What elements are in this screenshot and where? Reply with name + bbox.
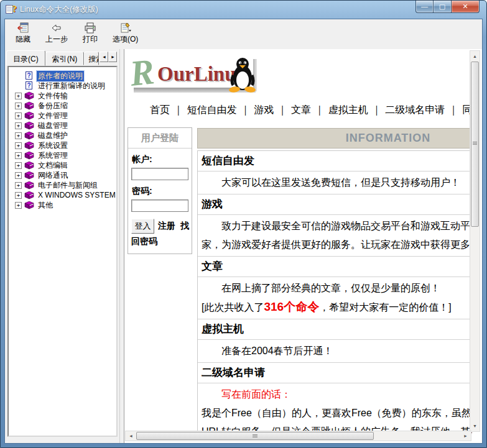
nav-link[interactable]: 游戏 [254,104,274,115]
register-link[interactable]: 注册 [158,221,175,231]
tree-item[interactable]: +文件传输 [10,91,115,101]
tree-item[interactable]: +其他 [10,200,115,210]
tab-scroll-left-icon[interactable]: ◄ [100,52,108,62]
horizontal-scrollbar[interactable]: ◄ ► [125,431,471,441]
scroll-down-icon[interactable]: ▼ [470,421,480,431]
book-icon [24,151,35,160]
tree-item-label: 网络通讯 [37,170,69,181]
question-mark-icon: ? [26,81,32,89]
ourlinux-logo: R OurLinux [130,55,258,94]
account-input[interactable] [131,168,188,180]
book-icon [24,131,35,140]
print-button-label: 打印 [83,34,98,45]
tab-scroll-right-icon[interactable]: ► [108,52,117,62]
body-text: 准备在2004春节后开通！ [221,345,333,356]
minimize-button[interactable]: — [415,1,434,13]
expander-icon[interactable]: + [15,142,22,149]
expander-icon[interactable]: + [15,182,22,189]
info-text-line: 家，为游戏爱好者提供更好的服务。让玩家在游戏中获得更多的乐趣 [202,235,472,254]
highlighted-text: 316个命令 [264,300,319,313]
password-input[interactable] [131,199,188,212]
information-header: INFORMATION [197,128,472,149]
info-paragraph: 大家可以在这里发送免费短信，但是只支持移动用户！ [198,171,472,194]
tab-index[interactable]: 索引(N) [45,52,85,65]
expander-icon[interactable]: + [15,93,22,99]
info-paragraph: 写在前面的话：我是个Free（自由）的人，更喜欢Free（免费）的东东，虽然有很… [198,383,472,433]
navigation-pane: 目录(C) 索引(N) 搜索(S) ◄ ► ?原作者的说明?进行重新编译的说明+… [5,49,119,443]
expander-icon[interactable]: + [15,132,22,139]
nav-link[interactable]: 短信自由发 [187,104,237,115]
book-icon [24,141,35,150]
tree-item[interactable]: +磁盘维护 [10,130,115,140]
horizontal-scroll-thumb[interactable] [136,432,374,440]
expander-icon[interactable]: + [15,103,22,109]
pane-splitter[interactable] [119,49,124,443]
nav-bar: 首页｜短信自由发｜游戏｜文章｜虚拟主机｜二级域名申请｜同学录｜ [125,104,472,117]
info-text-line: [此次共收入了316个命令，希望对大家有一定的价值！] [202,298,472,317]
expander-icon[interactable]: + [15,202,22,209]
expander-icon[interactable]: + [15,122,22,129]
tree-item[interactable]: ?进行重新编译的说明 [10,81,115,91]
info-section-heading: 二级域名申请 [198,363,472,383]
info-section-heading: 文章 [198,257,472,277]
login-title: 用户登陆 [128,128,192,149]
expander-icon[interactable]: + [15,112,22,119]
tree-item[interactable]: +X WINDOWS SYSTEM [10,190,115,200]
nav-link[interactable]: 首页 [150,104,170,115]
tree-item[interactable]: ?原作者的说明 [10,71,115,81]
nav-link[interactable]: 虚拟主机 [328,104,368,115]
vertical-scroll-thumb[interactable] [471,62,479,227]
login-button[interactable]: 登入 [131,219,154,234]
scroll-up-icon[interactable]: ▲ [470,52,480,61]
expander-icon[interactable]: + [15,172,22,179]
expander-icon[interactable]: + [15,152,22,159]
highlighted-text: 写在前面的话： [221,389,291,400]
tree-item-label: 磁盘维护 [37,130,69,141]
expander-icon[interactable]: + [15,162,22,169]
hide-button[interactable]: 隐藏 [7,21,39,47]
tree-item[interactable]: +磁盘管理 [10,121,115,130]
back-button-label: 上一步 [45,34,68,45]
help-page-icon: ? [24,71,35,80]
expander-icon[interactable]: + [15,192,22,199]
close-button[interactable]: ✕ [451,1,480,13]
tab-contents[interactable]: 目录(C) [6,50,45,66]
tree-item[interactable]: +电子邮件与新闻组 [10,180,115,190]
book-icon [24,191,35,199]
book-icon [24,121,35,130]
tree-item[interactable]: +文档编辑 [10,160,115,170]
tree-item[interactable]: +备份压缩 [10,101,115,111]
info-text-line: 致力于建设最安全可信的游戏物品交易平台和游戏互动平台，成为玩 [202,217,472,235]
scroll-right-icon[interactable]: ► [461,431,470,441]
help-page-icon: ? [24,81,35,90]
print-icon [84,22,96,34]
tree-item[interactable]: +系统设置 [10,140,115,150]
tree-item-label: 文件管理 [37,111,69,121]
information-table: 短信自由发大家可以在这里发送免费短信，但是只支持移动用户！游戏致力于建设最安全可… [197,150,472,433]
tree-item[interactable]: +网络通讯 [10,170,115,180]
password-label: 密码: [132,186,192,197]
toolbar: 隐藏 上一步 打印 [5,19,482,48]
maximize-button[interactable]: ▢ [434,1,451,13]
nav-separator: ｜ [170,104,187,115]
tree-item[interactable]: +系统管理 [10,150,115,160]
nav-separator: ｜ [445,104,462,115]
tab-search[interactable]: 搜索(S) [84,52,99,65]
nav-link[interactable]: 文章 [291,104,311,115]
hide-button-label: 隐藏 [16,34,30,45]
book-icon [24,111,35,120]
nav-link[interactable]: 二级域名申请 [385,104,445,115]
info-paragraph: 在网上摘了部分经典的文章，仅仅是少量的原创！[此次共收入了316个命令，希望对大… [198,277,472,319]
scroll-left-icon[interactable]: ◄ [126,431,136,441]
vertical-scrollbar[interactable]: ▲ ▼ [470,50,480,432]
back-button[interactable]: 上一步 [40,21,73,47]
print-button[interactable]: 打印 [75,21,106,47]
nav-separator: ｜ [311,104,328,115]
nav-separator: ｜ [368,104,386,115]
topic-pane: R OurLinux [124,49,482,443]
tree-item[interactable]: +文件管理 [10,111,115,121]
info-text-line: 大家可以在这里发送免费短信，但是只支持移动用户！ [202,173,472,192]
contents-tree[interactable]: ?原作者的说明?进行重新编译的说明+文件传输+备份压缩+文件管理+磁盘管理+磁盘… [7,66,118,437]
options-button[interactable]: 选项(O) [107,21,144,47]
book-icon [24,181,35,190]
